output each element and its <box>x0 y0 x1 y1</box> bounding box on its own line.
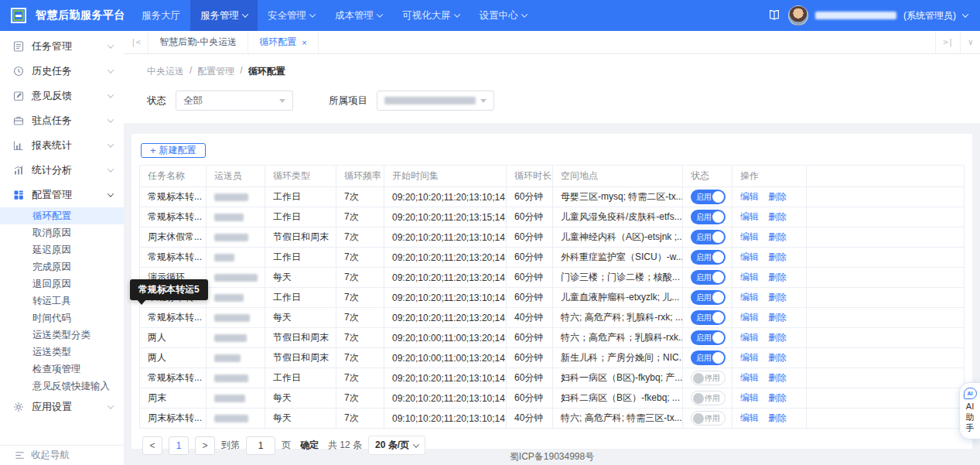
sidebar-subitem-2[interactable]: 取消原因 <box>0 224 124 241</box>
delete-link[interactable]: 删除 <box>768 372 787 383</box>
sidebar-item-5[interactable]: 报表统计 <box>0 133 124 158</box>
edit-link[interactable]: 编辑 <box>740 332 759 343</box>
status-toggle[interactable]: 停用 <box>691 411 726 426</box>
cell-courier <box>207 187 265 207</box>
delete-link[interactable]: 删除 <box>768 312 787 323</box>
tab-2[interactable]: 循环配置× <box>248 31 318 53</box>
prev-page-button[interactable]: < <box>142 436 162 455</box>
tabs-scroll-end-icon[interactable]: >| <box>935 31 960 53</box>
sidebar-subitem-9[interactable]: 运送类型 <box>0 344 124 361</box>
edit-link[interactable]: 编辑 <box>740 412 759 423</box>
page-1-button[interactable]: 1 <box>169 436 189 455</box>
sidebar-subitem-10[interactable]: 检查项管理 <box>0 361 124 378</box>
sidebar-item-4[interactable]: 驻点任务 <box>0 108 124 133</box>
cell-location: 儿童风湿免疫科/皮肤科-etfs... <box>553 207 683 227</box>
cell-filler <box>807 368 965 388</box>
edit-link[interactable]: 编辑 <box>740 231 759 242</box>
breadcrumb-item-1[interactable]: 中央运送 <box>147 65 184 78</box>
delete-link[interactable]: 删除 <box>768 292 787 303</box>
edit-link[interactable]: 编辑 <box>740 352 759 363</box>
status-toggle[interactable]: 启用 <box>691 250 726 265</box>
sidebar-item-6[interactable]: 统计分析 <box>0 158 124 183</box>
sidebar-item-3[interactable]: 意见反馈 <box>0 84 124 108</box>
sidebar-item-1[interactable]: 任务管理 <box>0 34 124 59</box>
cell-status: 启用 <box>683 187 732 207</box>
user-role[interactable]: (系统管理员) <box>903 9 956 22</box>
nav-item-1[interactable]: 服务大厅 <box>131 0 190 31</box>
cell-status: 启用 <box>683 268 732 288</box>
project-filter-select[interactable] <box>377 91 494 111</box>
delete-link[interactable]: 删除 <box>768 332 787 343</box>
tab-close-icon[interactable]: × <box>302 38 306 47</box>
tabs-menu-icon[interactable]: ∨ <box>960 31 980 53</box>
edit-link[interactable]: 编辑 <box>740 211 759 222</box>
status-toggle[interactable]: 启用 <box>691 190 726 204</box>
sidebar-item-7[interactable]: 配置管理 <box>0 183 124 207</box>
sidebar-subitem-8[interactable]: 运送类型分类 <box>0 327 124 344</box>
sidebar-item-label: 报表统计 <box>32 138 72 152</box>
new-config-button[interactable]: + 新建配置 <box>141 143 206 158</box>
task-name-tooltip: 常规标本转运5 <box>130 279 208 300</box>
edit-link[interactable]: 编辑 <box>740 372 759 383</box>
delete-link[interactable]: 删除 <box>768 191 787 202</box>
sidebar-subitem-11[interactable]: 意见反馈快捷输入 <box>0 378 124 395</box>
table-body: 常规标本转...工作日7次09:20;10:20;11:20;13:10;14:… <box>140 187 965 429</box>
delete-link[interactable]: 删除 <box>768 251 787 262</box>
sidebar-item-8[interactable]: 应用设置 <box>0 395 124 419</box>
user-avatar[interactable] <box>788 5 808 26</box>
edit-link[interactable]: 编辑 <box>740 312 759 323</box>
status-toggle[interactable]: 启用 <box>691 210 726 224</box>
page-size-select[interactable]: 20 条/页 <box>368 436 425 455</box>
status-toggle[interactable]: 启用 <box>691 270 726 285</box>
delete-link[interactable]: 删除 <box>768 231 787 242</box>
cell-status: 停用 <box>683 409 732 429</box>
delete-link[interactable]: 删除 <box>768 272 787 282</box>
goto-page-input[interactable] <box>246 436 275 455</box>
status-toggle[interactable]: 启用 <box>691 310 726 325</box>
next-page-button[interactable]: > <box>195 436 215 455</box>
edit-link[interactable]: 编辑 <box>740 191 759 202</box>
chevron-down-icon[interactable] <box>962 11 968 17</box>
handbook-icon[interactable] <box>767 9 781 22</box>
edit-link[interactable]: 编辑 <box>740 292 759 303</box>
ai-assistant-button[interactable]: AI AI助手 <box>959 382 980 439</box>
tabs-scroll-start-icon[interactable]: |< <box>124 31 149 53</box>
delete-link[interactable]: 删除 <box>768 412 787 423</box>
chevron-down-icon <box>242 11 248 17</box>
breadcrumb-item-2[interactable]: 配置管理 <box>197 65 234 78</box>
status-toggle[interactable]: 启用 <box>691 350 726 365</box>
sidebar-subitem-6[interactable]: 转运工具 <box>0 292 124 309</box>
status-toggle[interactable]: 启用 <box>691 330 726 345</box>
status-filter-select[interactable]: 全部 <box>176 91 293 111</box>
column-header-8: 状态 <box>683 166 732 187</box>
sidebar-subitem-5[interactable]: 退回原因 <box>0 275 124 292</box>
cell-location: 新生儿科；产房分娩间；NIC... <box>553 348 683 368</box>
nav-item-3[interactable]: 安全管理 <box>258 0 325 31</box>
sidebar-subitem-1[interactable]: 循环配置 <box>0 207 124 224</box>
chevron-down-icon <box>453 11 459 17</box>
cell-operations: 编辑删除 <box>732 288 807 308</box>
edit-link[interactable]: 编辑 <box>740 272 759 282</box>
delete-link[interactable]: 删除 <box>768 352 787 363</box>
nav-item-5[interactable]: 可视化大屏 <box>392 0 470 31</box>
sidebar-subitem-4[interactable]: 完成原因 <box>0 258 124 275</box>
cell-operations: 编辑删除 <box>732 187 807 207</box>
sidebar-item-2[interactable]: 历史任务 <box>0 59 124 84</box>
delete-link[interactable]: 删除 <box>768 392 787 403</box>
sidebar-subitem-7[interactable]: 时间代码 <box>0 309 124 327</box>
edit-link[interactable]: 编辑 <box>740 251 759 262</box>
goto-confirm-button[interactable]: 确定 <box>297 439 322 452</box>
delete-link[interactable]: 删除 <box>768 211 787 222</box>
status-toggle[interactable]: 启用 <box>691 230 726 244</box>
edit-link[interactable]: 编辑 <box>740 392 759 403</box>
sidebar-subitem-3[interactable]: 延迟原因 <box>0 241 124 258</box>
tab-1[interactable]: 智慧后勤-中央运送 <box>149 31 248 53</box>
nav-item-4[interactable]: 成本管理 <box>325 0 392 31</box>
nav-item-2[interactable]: 服务管理 <box>190 0 258 31</box>
status-toggle[interactable]: 停用 <box>691 391 726 405</box>
collapse-nav-button[interactable]: 收起导航 <box>0 445 124 465</box>
nav-item-6[interactable]: 设置中心 <box>470 0 537 31</box>
status-toggle[interactable]: 启用 <box>691 290 726 305</box>
courier-name-redacted <box>214 294 244 302</box>
status-toggle[interactable]: 停用 <box>691 371 726 385</box>
